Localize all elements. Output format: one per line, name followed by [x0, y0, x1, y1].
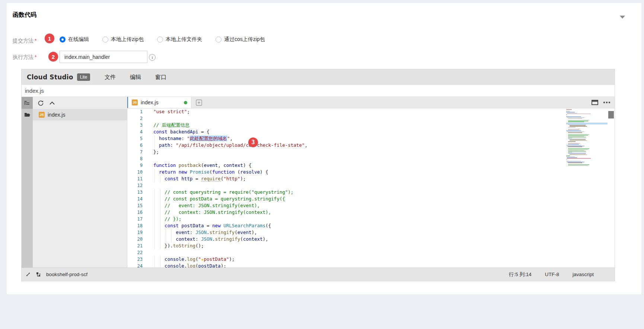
radio-circle-icon	[216, 37, 221, 42]
line-number: 19	[127, 229, 143, 236]
code-line: 11 const http = require("http");	[127, 175, 615, 182]
function-code-card: 函数代码 提交方法* 1 在线编辑本地上传zip包本地上传文件夹通过cos上传z…	[7, 3, 641, 294]
js-file-icon: JS	[39, 112, 45, 118]
code-line: 20 context: JSON.stringify(context),	[127, 236, 615, 243]
line-number: 17	[127, 216, 143, 222]
split-layout-icon[interactable]	[592, 100, 598, 105]
minimap-selection-highlight	[566, 123, 608, 124]
ide-menubar: Cloud Studio Lite 文件编辑窗口	[22, 69, 615, 85]
required-mark: *	[35, 54, 36, 60]
code-line: 2	[127, 115, 615, 122]
cloud-studio-logo: Cloud Studio	[27, 73, 73, 81]
handler-input[interactable]	[60, 51, 147, 63]
radio-option-3[interactable]: 通过cos上传zip包	[216, 36, 265, 43]
radio-option-2[interactable]: 本地上传文件夹	[157, 36, 202, 43]
tab-indexjs[interactable]: JS index.js	[127, 97, 191, 108]
info-icon[interactable]: i	[149, 54, 156, 61]
scrollbar-thumb[interactable]	[608, 111, 614, 118]
breadcrumb-row: index.js	[22, 85, 615, 97]
code-line: 3// 后端配置信息	[127, 122, 615, 129]
cursor-position[interactable]: 行:5 列:14	[509, 271, 532, 278]
workspace-icon	[36, 272, 41, 277]
code-line: 13 // const querystring = require("query…	[127, 189, 615, 196]
explorer-view-button[interactable]	[22, 97, 33, 109]
submit-method-radio-group: 在线编辑本地上传zip包本地上传文件夹通过cos上传zip包	[60, 34, 278, 45]
radio-circle-icon	[102, 37, 108, 42]
folder-icon	[24, 112, 31, 117]
language-mode[interactable]: javascript	[573, 272, 594, 277]
line-number: 15	[127, 202, 143, 209]
file-item-indexjs[interactable]: JS index.js	[33, 109, 127, 120]
line-number: 21	[127, 243, 143, 249]
code-line: 4const backendApi = {	[127, 129, 615, 135]
activity-bar	[22, 97, 33, 268]
code-line: 18 const postData = new URLSearchParams(…	[127, 222, 615, 229]
collapse-section-button[interactable]	[620, 16, 625, 19]
line-number: 12	[127, 182, 143, 189]
submit-method-label: 提交方法*	[13, 38, 36, 44]
code-line: 22	[127, 249, 615, 256]
code-line: 9function postback(event, context) {	[127, 162, 615, 169]
new-tab-button[interactable]	[196, 99, 202, 106]
line-number: 2	[127, 115, 143, 122]
step-badge-2: 2	[48, 52, 58, 61]
line-number: 22	[127, 249, 143, 256]
js-file-icon: JS	[132, 99, 138, 105]
line-number: 7	[127, 149, 143, 155]
line-number: 16	[127, 209, 143, 216]
lite-badge: Lite	[77, 73, 90, 81]
workspace-name: bookshelf-prod-scf	[46, 272, 87, 277]
radio-circle-icon	[157, 37, 163, 42]
editor-scrollbar	[608, 108, 615, 268]
code-line: 23 console.log("★postData");	[127, 256, 615, 263]
modified-dot-icon	[184, 101, 187, 104]
tab-bar: JS index.js	[127, 97, 615, 108]
line-number: 10	[127, 169, 143, 175]
folder-view-button[interactable]	[22, 109, 33, 121]
expand-editor-icon[interactable]	[25, 272, 31, 277]
line-number: 24	[127, 263, 143, 268]
code-line: 19 event: JSON.stringify(event),	[127, 229, 615, 236]
explorer-toolbar	[33, 97, 127, 109]
code-line: 15 // event: JSON.stringify(event),	[127, 202, 615, 209]
line-number: 13	[127, 189, 143, 196]
line-number: 3	[127, 122, 143, 129]
radio-circle-icon	[60, 37, 66, 42]
tab-label: index.js	[141, 99, 158, 105]
code-line: 8	[127, 155, 615, 162]
menu-item-1[interactable]: 编辑	[130, 74, 141, 81]
list-tree-icon	[24, 100, 30, 106]
line-number: 4	[127, 129, 143, 135]
encoding[interactable]: UTF-8	[545, 272, 559, 277]
radio-option-1[interactable]: 本地上传zip包	[102, 36, 144, 43]
refresh-icon[interactable]	[38, 100, 44, 106]
collapse-folders-icon[interactable]	[50, 101, 55, 105]
minimap[interactable]	[566, 109, 608, 166]
radio-option-0[interactable]: 在线编辑	[60, 36, 89, 43]
line-number: 18	[127, 222, 143, 229]
code-line: 7};	[127, 149, 615, 155]
code-line: 17 // });	[127, 216, 615, 222]
line-number: 9	[127, 162, 143, 169]
line-number: 23	[127, 256, 143, 263]
more-actions-icon[interactable]	[603, 102, 610, 103]
code-line: 10 return new Promise(function (resolve)…	[127, 169, 615, 175]
file-explorer: JS index.js	[33, 97, 127, 268]
code-line: 21 }).toString();	[127, 243, 615, 249]
menu-item-2[interactable]: 窗口	[155, 74, 166, 81]
line-number: 20	[127, 236, 143, 243]
file-label: index.js	[48, 112, 65, 118]
step-badge-3: 3	[248, 137, 258, 147]
cloud-studio-editor: Cloud Studio Lite 文件编辑窗口 index.js	[21, 69, 615, 281]
code-line: 24 console.log(postData);	[127, 263, 615, 268]
handler-label: 执行方法*	[13, 54, 36, 61]
line-number: 14	[127, 196, 143, 202]
code-editor-area[interactable]: 1"use strict";23// 后端配置信息4const backendA…	[127, 108, 615, 268]
step-badge-1: 1	[45, 34, 54, 43]
required-mark: *	[35, 38, 36, 44]
code-line: 14 // const postData = querystring.strin…	[127, 196, 615, 202]
menu-item-0[interactable]: 文件	[105, 74, 116, 81]
code-line: 12	[127, 182, 615, 189]
code-line: 5 hostname: "此处配置您的域名",	[127, 135, 615, 142]
breadcrumb[interactable]: index.js	[25, 88, 44, 94]
